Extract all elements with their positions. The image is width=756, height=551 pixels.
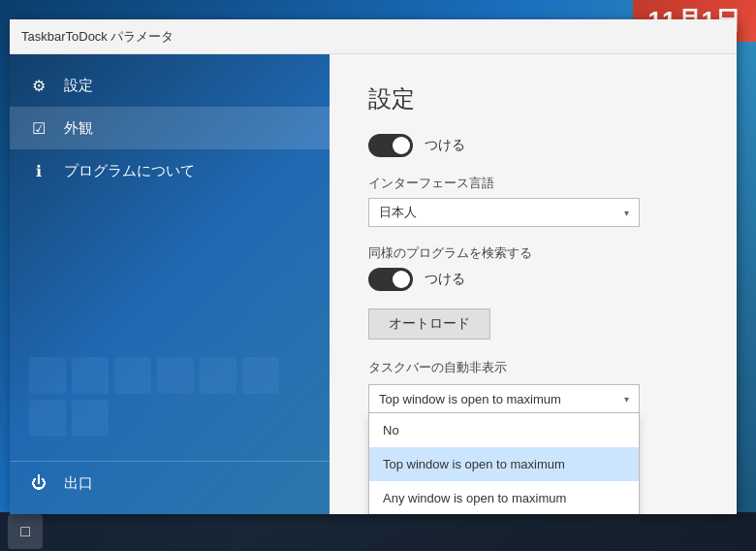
taskbar: □ (0, 512, 756, 551)
similar-programs-toggle[interactable] (368, 268, 413, 291)
similar-programs-label: 同様のプログラムを検索する (368, 244, 698, 262)
info-icon: ℹ (29, 161, 48, 180)
sidebar-item-label: 外観 (64, 119, 93, 138)
toggle-row-2: つける (368, 268, 698, 291)
window-icon-symbol: □ (20, 523, 30, 540)
autohide-dropdown-container: Top window is open to maximum ▾ No Top w… (368, 384, 640, 413)
interface-language-label: インターフェース言語 (368, 175, 698, 192)
autoload-button[interactable]: オートロード (368, 308, 490, 340)
window-title: TaskbarToDock パラメータ (21, 28, 173, 46)
sidebar-item-appearance[interactable]: ☑ 外観 (10, 107, 330, 149)
page-title: 設定 (368, 83, 698, 114)
app-window: TaskbarToDock パラメータ ⚙ 設定 ☑ 外観 ℹ プログラムについ… (10, 19, 737, 514)
appearance-icon: ☑ (29, 118, 48, 138)
sidebar-item-exit[interactable]: ⏻ 出口 (10, 461, 330, 504)
autohide-option-any-window[interactable]: Any window is open to maximum (369, 481, 639, 514)
taskbar-window-icon[interactable]: □ (8, 514, 43, 549)
sidebar-menu: ⚙ 設定 ☑ 外観 ℹ プログラムについて (10, 64, 330, 461)
sidebar-item-settings[interactable]: ⚙ 設定 (10, 64, 330, 107)
toggle-label-1: つける (425, 137, 465, 154)
toggle-row-1: つける (368, 134, 698, 157)
autohide-option-top-window[interactable]: Top window is open to maximum (369, 447, 639, 481)
enable-toggle[interactable] (368, 134, 413, 157)
sidebar-exit-label: 出口 (64, 474, 93, 493)
autohide-dropdown-selected[interactable]: Top window is open to maximum ▾ (368, 384, 640, 413)
sidebar: ⚙ 設定 ☑ 外観 ℹ プログラムについて (10, 54, 330, 514)
autohide-label: タスクバーの自動非表示 (368, 359, 698, 376)
sidebar-item-label: プログラムについて (64, 162, 195, 180)
title-bar: TaskbarToDock パラメータ (10, 19, 737, 54)
chevron-down-icon: ▾ (624, 208, 629, 218)
autohide-selected-text: Top window is open to maximum (379, 392, 561, 406)
toggle-label-2: つける (425, 271, 465, 288)
autohide-dropdown-options: No Top window is open to maximum Any win… (368, 413, 640, 514)
chevron-down-icon-2: ▾ (624, 394, 629, 405)
content-area: ⚙ 設定 ☑ 外観 ℹ プログラムについて (10, 54, 737, 514)
gear-icon: ⚙ (29, 76, 48, 95)
power-icon: ⏻ (29, 473, 48, 493)
sidebar-item-about[interactable]: ℹ プログラムについて (10, 149, 330, 192)
toggle-knob-2 (393, 271, 410, 288)
main-panel: 設定 つける インターフェース言語 日本人 ▾ 同様のプログラムを検索する (330, 54, 737, 514)
language-dropdown-wrapper: 日本人 ▾ (368, 198, 698, 227)
sidebar-item-label: 設定 (64, 77, 93, 95)
autohide-option-no[interactable]: No (369, 413, 639, 447)
language-selected: 日本人 (379, 204, 417, 221)
toggle-knob (393, 137, 410, 154)
language-dropdown[interactable]: 日本人 ▾ (368, 198, 640, 227)
